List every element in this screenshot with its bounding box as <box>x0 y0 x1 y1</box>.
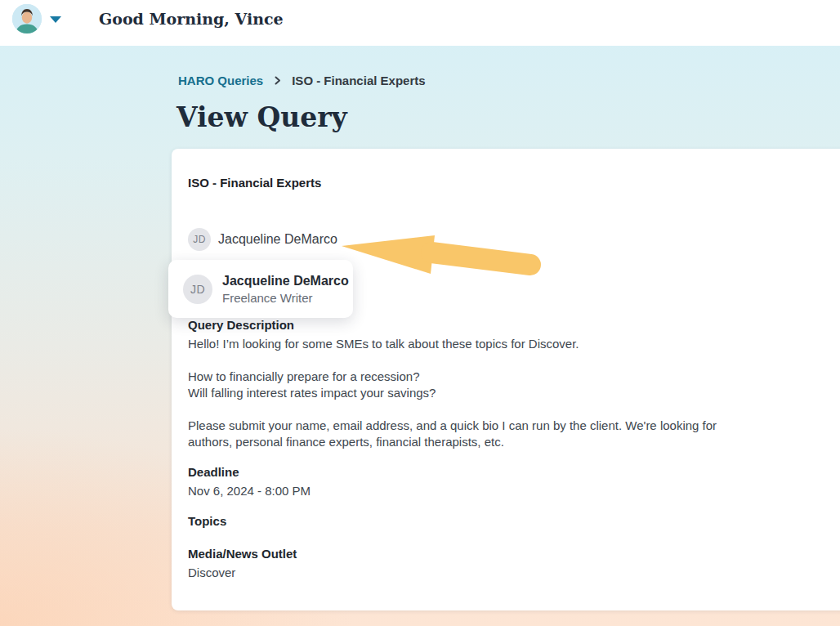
query-description-text: Hello! I’m looking for some SMEs to talk… <box>188 336 760 450</box>
popup-author-name: Jacqueline DeMarco <box>222 272 349 289</box>
breadcrumb-link-haro-queries[interactable]: HARO Queries <box>178 74 263 87</box>
popup-initials-avatar: JD <box>183 275 212 304</box>
author-name[interactable]: Jacqueline DeMarco <box>218 232 337 247</box>
chevron-down-icon[interactable] <box>50 16 61 23</box>
user-avatar-photo <box>12 4 42 34</box>
topics-label: Topics <box>188 514 760 529</box>
page-title: View Query <box>176 98 347 137</box>
popup-author-role: Freelance Writer <box>222 289 349 306</box>
media-outlet-label: Media/News Outlet <box>188 547 760 561</box>
deadline-label: Deadline <box>188 465 760 480</box>
chevron-right-icon <box>272 75 283 86</box>
page: { "header": { "greeting": "Good Morning,… <box>0 0 840 626</box>
author-initials-avatar[interactable]: JD <box>188 228 211 251</box>
media-outlet-value: Discover <box>188 565 760 581</box>
breadcrumb: HARO Queries ISO - Financial Experts <box>178 74 426 87</box>
greeting-title: Good Morning, Vince <box>99 7 284 30</box>
query-card: ISO - Financial Experts JD Jacqueline De… <box>172 149 840 610</box>
query-details: Query Description Hello! I’m looking for… <box>188 318 760 581</box>
breadcrumb-current: ISO - Financial Experts <box>292 74 425 87</box>
top-header: Good Morning, Vince <box>0 0 840 46</box>
author-row[interactable]: JD Jacqueline DeMarco <box>188 228 337 251</box>
popup-text: Jacqueline DeMarco Freelance Writer <box>222 272 349 306</box>
deadline-value: Nov 6, 2024 - 8:00 PM <box>188 483 760 499</box>
query-card-title: ISO - Financial Experts <box>188 176 321 190</box>
user-account-menu[interactable] <box>12 4 61 34</box>
author-popup-card: JD Jacqueline DeMarco Freelance Writer <box>168 260 353 318</box>
query-description-label: Query Description <box>188 318 760 333</box>
user-avatar[interactable] <box>12 4 42 34</box>
